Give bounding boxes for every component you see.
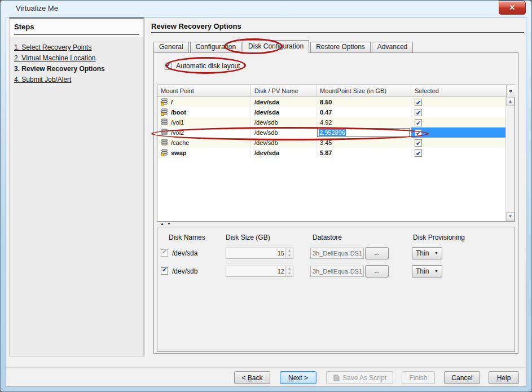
mount-point-label: /vol2 [171, 129, 184, 136]
table-row-boot[interactable]: /boot/dev/sda0.47✔ [157, 107, 507, 117]
tab-general[interactable]: General [153, 42, 189, 52]
disk-size-value: 12 [278, 266, 284, 276]
datastore-field: 3h_DellEqua-DS1 [310, 248, 364, 259]
selected-checkbox[interactable]: ✔ [415, 109, 422, 116]
table-row-swap[interactable]: swap/dev/sda5.87✔ [157, 148, 507, 158]
tab-restore-options[interactable]: Restore Options [310, 42, 371, 52]
splitter-up-icon: ▲ [160, 222, 164, 226]
disk-icon [161, 108, 169, 116]
datastore-field: 3h_DellEqua-DS1 [310, 266, 364, 277]
spinner-down-icon: ▼ [286, 271, 293, 276]
datastore-browse-button[interactable]: ... [365, 247, 389, 259]
column-header-selected: Selected [411, 85, 507, 97]
sidebar-item-step-3: 3. Review Recovery Options [14, 65, 105, 73]
column-header-disk-pv-name: Disk / PV Name [251, 85, 316, 97]
mount-point-label: /cache [171, 139, 189, 146]
disk-row-dev-sdb: ✔/dev/sdb12▲▼3h_DellEqua-DS1...Thin▼ [157, 265, 515, 278]
column-header-mountpoint-size-in-gb: MountPoint Size (in GB) [316, 85, 411, 97]
disk-provisioning-dropdown[interactable]: Thin▼ [412, 247, 442, 259]
dropdown-arrow-icon: ▼ [434, 269, 438, 273]
selected-text: 2.952896 [319, 129, 346, 136]
column-header-mount-point: Mount Point [157, 85, 251, 97]
steps-header: Steps [10, 19, 143, 37]
mount-point-label: /vol1 [171, 119, 184, 126]
double-chevron-icon: » [505, 90, 517, 93]
column-chooser-button[interactable]: » [507, 85, 515, 97]
panel-splitter[interactable]: ▲ ▼ [157, 223, 515, 227]
spinner-down-icon: ▼ [286, 253, 293, 258]
script-icon [333, 375, 340, 381]
disk-checkbox[interactable]: ✔ [161, 267, 168, 275]
check-icon: ✔ [416, 138, 421, 148]
steps-heading: Steps [14, 23, 34, 31]
table-row-[interactable]: //dev/sda8.50✔ [157, 97, 507, 107]
page-title: Review Recovery Options [151, 22, 241, 30]
disk-name-label: /dev/sdb [172, 267, 197, 275]
check-icon: ✔ [162, 266, 167, 274]
sidebar-item-step-4[interactable]: 4. Submit Job/Alert [14, 76, 71, 83]
mountpoint-size: 8.50 [320, 99, 332, 105]
tab-disk-configuration[interactable]: Disk Configuration [243, 40, 309, 53]
disk-icon [161, 129, 169, 136]
window-title: Virtualize Me [16, 4, 58, 12]
save-as-script-button: Save As Script [326, 371, 393, 384]
selected-checkbox[interactable]: ✔ [415, 99, 422, 106]
selected-checkbox[interactable]: ✔ [415, 149, 422, 157]
disk-icon [161, 98, 169, 105]
mountpoint-size: 3.45 [320, 139, 332, 146]
check-icon: ✔ [416, 128, 421, 138]
disk-provisioning-dropdown[interactable]: Thin▼ [412, 265, 442, 278]
cancel-button[interactable]: Cancel [444, 371, 480, 384]
table-scrollbar[interactable]: ▲ ▼ [505, 97, 515, 221]
table-row-vol2[interactable]: /vol2/dev/sdb2.952896✔ [157, 127, 507, 138]
sidebar-item-step-1[interactable]: 1. Select Recovery Points [14, 43, 91, 51]
mountpoint-size-input[interactable]: 2.952896 [317, 128, 410, 137]
disk-size-spinner: 15▲▼ [226, 248, 293, 259]
disk-row-dev-sda: ✔/dev/sda15▲▼3h_DellEqua-DS1...Thin▼ [157, 246, 515, 260]
disk-panel-header-datastore: Datastore [313, 234, 342, 241]
check-icon: ✔ [416, 118, 421, 128]
mount-table-header: Mount PointDisk / PV NameMountPoint Size… [157, 85, 515, 97]
scroll-up-button[interactable]: ▲ [506, 97, 515, 106]
table-row-vol1[interactable]: /vol1/dev/sdb4.92✔ [157, 117, 507, 127]
selected-checkbox[interactable]: ✔ [415, 129, 422, 136]
disk-pv-name: /dev/sdb [251, 117, 316, 127]
mountpoint-size: 0.47 [320, 109, 332, 116]
disk-icon [161, 118, 169, 126]
mount-point-label: / [171, 99, 173, 105]
disk-provisioning-value: Thin [416, 249, 429, 257]
spinner-up-icon: ▲ [286, 266, 293, 271]
check-icon: ✔ [162, 248, 167, 256]
mount-point-label: swap [171, 149, 187, 156]
disk-provisioning-value: Thin [416, 267, 429, 275]
selected-checkbox[interactable]: ✔ [415, 139, 422, 147]
scroll-down-button[interactable]: ▼ [506, 212, 515, 221]
next-button[interactable]: Next > [280, 371, 316, 384]
disk-provisioning-panel: Disk NamesDisk Size (GB)DatastoreDisk Pr… [157, 227, 515, 352]
splitter-down-icon: ▼ [167, 222, 171, 226]
help-button[interactable]: Help [489, 371, 519, 384]
table-row-cache[interactable]: /cache/dev/sdb3.45✔ [157, 138, 507, 148]
disk-icon [161, 149, 169, 156]
dialog-client-area: Steps 1. Select Recovery Points2. Virtua… [6, 17, 526, 387]
automatic-disk-layout-checkbox[interactable]: ✔ [165, 63, 172, 70]
sidebar-item-step-2[interactable]: 2. Virtual Machine Location [14, 54, 96, 62]
mount-point-label: /boot [171, 109, 186, 116]
selected-checkbox[interactable]: ✔ [415, 119, 422, 126]
tab-bar: GeneralConfigurationDisk ConfigurationRe… [153, 39, 414, 52]
finish-button: Finish [402, 371, 435, 384]
tab-advanced[interactable]: Advanced [372, 42, 413, 52]
mount-table-body: //dev/sda8.50✔/boot/dev/sda0.47✔/vol1/de… [157, 97, 505, 221]
disk-icon [161, 139, 169, 146]
back-button[interactable]: < Back [234, 371, 270, 384]
steps-sidebar: Steps 1. Select Recovery Points2. Virtua… [9, 17, 144, 356]
close-button[interactable]: ✕ [499, 1, 526, 15]
check-icon: ✔ [166, 61, 171, 69]
virtualize-me-dialog: Virtualize Me ✕ Steps 1. Select Recovery… [0, 0, 532, 392]
datastore-browse-button[interactable]: ... [365, 265, 389, 278]
tab-configuration[interactable]: Configuration [190, 42, 241, 52]
disk-pv-name: /dev/sdb [251, 127, 316, 138]
disk-size-value: 15 [278, 248, 284, 258]
disk-name-label: /dev/sda [172, 249, 197, 257]
steps-divider [14, 34, 139, 35]
